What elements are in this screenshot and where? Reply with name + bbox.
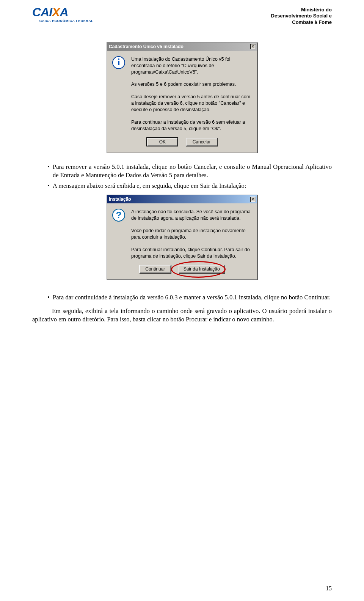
dialog1-p4: Para continuar a instalação da versão 6 … — [131, 119, 251, 132]
dialog1-p2: As versões 5 e 6 podem coexistir sem pro… — [131, 81, 251, 88]
body-text-2: • Para dar continuidade à instalação da … — [32, 293, 332, 324]
dialog-cadastramento: Cadastramento Único v5 instalado × Uma i… — [107, 42, 257, 153]
close-icon[interactable]: × — [250, 44, 256, 49]
ministry-line-3: Combate à Fome — [271, 19, 332, 25]
dialog2-p1: A instalação não foi concluida. Se você … — [131, 209, 251, 222]
page-number: 15 — [326, 585, 332, 592]
exit-install-button[interactable]: Sair da Instalação — [179, 265, 225, 273]
question-icon — [112, 209, 126, 261]
bullet-2-text: A mensagem abaixo será exibida e, em seg… — [53, 182, 332, 190]
bullet-marker: • — [32, 182, 53, 190]
cancel-button[interactable]: Cancelar — [186, 138, 218, 146]
logo-block: CAIXA CAIXA ECONÔMICA FEDERAL — [32, 7, 100, 23]
dialog1-title: Cadastramento Único v5 instalado — [108, 44, 184, 49]
bullet-3-text: Para dar continuidade à instalação da ve… — [53, 293, 332, 302]
info-icon — [112, 56, 126, 134]
continue-button[interactable]: Continuar — [139, 265, 171, 273]
dialog-instalacao: Instalação × A instalação não foi conclu… — [107, 195, 257, 279]
caixa-logo: CAIXA — [32, 7, 100, 18]
logo-subtitle: CAIXA ECONÔMICA FEDERAL — [32, 19, 100, 23]
dialog2-p2: Você pode rodar o programa de instalação… — [131, 228, 251, 241]
ministry-text: Ministério do Desenvolvimento Social e C… — [271, 7, 332, 25]
bullet-1-text: Para remover a versão 5.0.1 instalada, c… — [53, 163, 332, 180]
dialog1-p3: Caso deseje remover a versão 5 antes de … — [131, 94, 251, 113]
dialog1-p1: Uma instalação do Cadastramento Único v5… — [131, 56, 251, 76]
ministry-line-1: Ministério do — [271, 7, 332, 13]
dialog2-title: Instalação — [108, 197, 131, 202]
dialog2-titlebar: Instalação × — [107, 195, 257, 203]
paragraph-text: Em seguida, exibirá a tela informando o … — [32, 307, 332, 324]
dialog1-text: Uma instalação do Cadastramento Único v5… — [131, 56, 251, 134]
dialog1-titlebar: Cadastramento Único v5 instalado × — [107, 42, 257, 51]
bullet-marker: • — [32, 293, 53, 302]
ministry-line-2: Desenvolvimento Social e — [271, 13, 332, 19]
dialog2-text: A instalação não foi concluida. Se você … — [131, 209, 251, 261]
page-header: CAIXA CAIXA ECONÔMICA FEDERAL Ministério… — [32, 7, 332, 25]
bullet-marker: • — [32, 163, 53, 180]
close-icon[interactable]: × — [250, 197, 256, 202]
body-text-1: • Para remover a versão 5.0.1 instalada,… — [32, 163, 332, 190]
ok-button[interactable]: OK — [146, 137, 178, 146]
dialog2-p3: Para continuar instalando, clique Contin… — [131, 247, 251, 260]
